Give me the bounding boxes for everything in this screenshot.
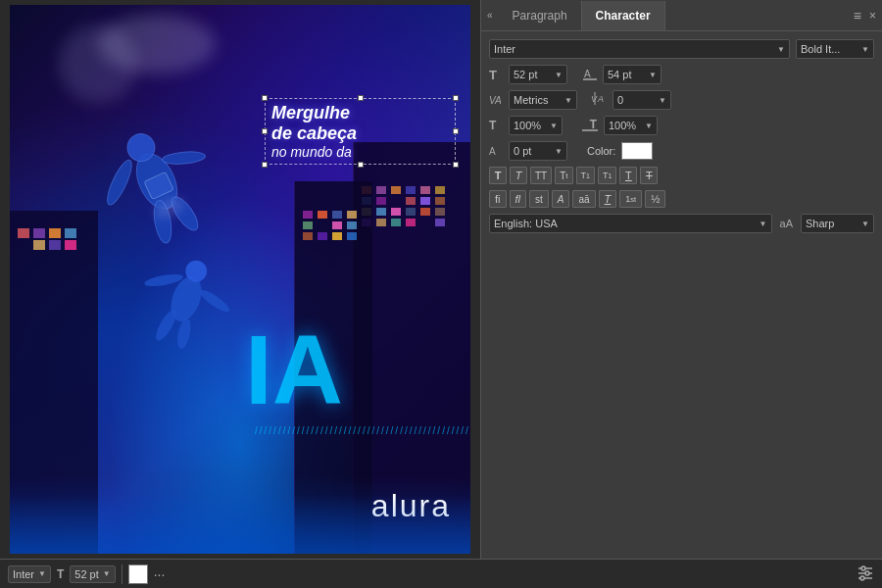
kerning-arrow: ▼ [564,96,572,105]
font-style-select[interactable]: Bold It... ▼ [796,39,874,59]
scale-h-input[interactable]: 100% ▼ [509,116,563,135]
tab-character[interactable]: Character [582,1,665,30]
typo-sub-btn[interactable]: T1 [598,167,616,184]
windows-grid-2 [295,201,372,250]
liga-alternates-btn[interactable]: A [552,190,570,208]
panel-close-btn[interactable]: × [869,9,876,23]
scale-row: T 100% ▼ T 100% ▼ [489,116,874,135]
liga-fi-btn[interactable]: fi [489,190,507,208]
panel-menu-icon[interactable]: ≡ [854,8,861,24]
baseline-arrow: ▼ [555,147,563,156]
language-value: English: USA [494,218,558,229]
baseline-value: 0 pt [514,145,531,157]
toolbar-sliders-btn[interactable] [857,564,874,585]
toolbar-font-arrow: ▼ [38,569,46,578]
canvas-text-selection[interactable]: Mergulhe de cabeça no mundo da [265,98,456,165]
canvas-area: Mergulhe de cabeça no mundo da IA //////… [0,0,480,559]
leading-value: 54 pt [608,69,631,80]
panel-header: « Paragraph Character ≡ × [481,0,882,31]
font-size-input[interactable]: 52 pt ▼ [509,65,567,84]
leading-arrow: ▼ [649,71,657,79]
canvas-text-line2: de cabeça [271,123,449,144]
liga-frac-btn[interactable]: T [599,190,617,208]
toolbar-size-value: 52 pt [74,568,98,580]
font-family-select[interactable]: Inter ▼ [489,39,790,59]
kerning-tracking-row: VA Metrics ▼ VA 0 ▼ [489,90,874,110]
tracking-icon: VA [591,92,607,108]
kerning-value: Metrics [514,94,548,106]
font-style-arrow: ▼ [861,45,869,54]
font-size-arrow: ▼ [555,71,563,79]
typo-regular-btn[interactable]: T [489,167,507,184]
svg-point-13 [175,317,193,350]
tracking-arrow: ▼ [659,96,666,105]
color-swatch[interactable] [621,142,653,160]
handle-tm[interactable] [358,95,364,101]
scale-v-input[interactable]: 100% ▼ [604,116,658,135]
handle-bm[interactable] [358,162,364,168]
svg-text:A: A [597,94,604,104]
svg-point-3 [162,150,206,166]
toolbar-size-icon: T [57,567,64,581]
toolbar-color-swatch[interactable] [128,564,148,584]
svg-point-12 [152,307,179,343]
font-family-arrow: ▼ [777,45,785,54]
tracking-value: 0 [617,94,623,106]
liga-half-btn[interactable]: ½ [645,190,665,208]
font-size-value: 52 pt [514,69,537,80]
typo-allcaps-btn[interactable]: TT [530,167,552,184]
svg-point-22 [861,566,865,570]
svg-point-24 [865,571,869,575]
baseline-icon: A [489,146,503,157]
typo-underline-btn[interactable]: T [619,167,637,184]
canvas-ia-text: IA [245,314,343,426]
panel-collapse-icons: « [481,10,499,21]
liga-ordinals-btn[interactable]: aā [572,190,595,208]
baseline-input[interactable]: 0 pt ▼ [509,141,567,161]
antialiasing-value: Sharp [806,218,834,229]
antialiasing-arrow: ▼ [861,220,869,228]
tracking-input[interactable]: 0 ▼ [612,90,671,110]
font-family-value: Inter [494,43,515,55]
liga-fl-btn[interactable]: ﬂ [510,190,527,208]
leading-input[interactable]: 54 pt ▼ [603,65,662,84]
canvas-image: Mergulhe de cabeça no mundo da IA //////… [10,5,470,554]
bottom-toolbar: Inter ▼ T 52 pt ▼ ··· [0,559,882,588]
kerning-icon: VA [489,95,503,106]
handle-tl[interactable] [262,95,268,101]
language-row: English: USA ▼ aA Sharp ▼ [489,214,874,233]
typo-buttons-row: T T TT Tt T1 T1 T T [489,167,874,184]
handle-tr[interactable] [453,95,459,101]
handle-mr[interactable] [453,128,459,134]
scale-v-arrow: ▼ [645,122,653,130]
toolbar-size-select[interactable]: 52 pt ▼ [70,565,115,583]
antialiasing-select[interactable]: Sharp ▼ [801,214,874,233]
size-icon: T [489,68,503,82]
typo-smallcaps-btn[interactable]: Tt [555,167,572,184]
main-area: Mergulhe de cabeça no mundo da IA //////… [0,0,882,559]
handle-br[interactable] [453,162,459,168]
bottom-glow [10,495,470,554]
scale-h-value: 100% [514,120,541,131]
toolbar-more-btn[interactable]: ··· [154,566,166,582]
kerning-select[interactable]: Metrics ▼ [509,90,577,110]
typo-strikethrough-btn[interactable]: T [640,167,658,184]
panel-content: Inter ▼ Bold It... ▼ T 52 pt ▼ A [481,31,882,241]
liga-st-btn[interactable]: st [529,190,549,208]
typo-super-btn[interactable]: T1 [576,167,595,184]
handle-bl[interactable] [262,162,268,168]
figure-2-svg [127,201,245,400]
toolbar-size-arrow: ▼ [103,569,111,578]
panel-collapse-btn[interactable]: « [487,10,493,21]
toolbar-font-select[interactable]: Inter ▼ [8,565,51,583]
language-select[interactable]: English: USA ▼ [489,214,772,233]
handle-ml[interactable] [262,128,268,134]
tab-paragraph[interactable]: Paragraph [499,1,582,30]
liga-ord2-btn[interactable]: 1st [619,190,642,208]
scale-h-icon: T [489,119,503,132]
leading-icon: A [583,67,597,82]
svg-text:A: A [584,69,591,79]
canvas-text-line3: no mundo da [271,144,449,160]
typo-italic-btn[interactable]: T [510,167,527,184]
liga-buttons-row: fi ﬂ st A aā T 1st ½ [489,190,874,208]
